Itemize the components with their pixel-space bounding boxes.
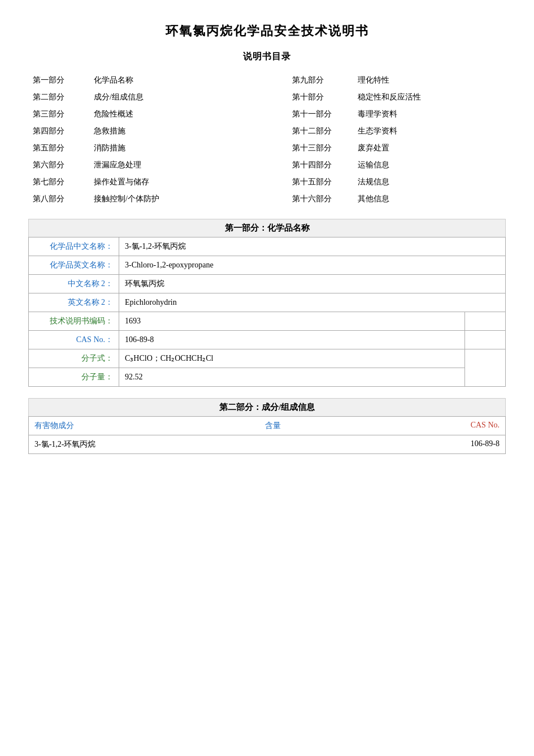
table-row: 化学品中文名称： 3-氯-1,2-环氧丙烷 — [29, 237, 506, 256]
toc-content-right: 运输信息 — [353, 157, 506, 174]
toc-content-right: 毒理学资料 — [353, 106, 506, 123]
toc-content-left: 危险性概述 — [89, 106, 242, 123]
toc-content-left: 急救措施 — [89, 123, 242, 140]
label-tech-code: 技术说明书编码： — [29, 312, 119, 331]
table-row: CAS No.： 106-89-8 — [29, 331, 506, 349]
toc-spacer — [242, 174, 288, 191]
toc-spacer — [242, 191, 288, 208]
toc-label-left: 第七部分 — [28, 174, 89, 191]
value-english-name: 3-Chloro-1,2-epoxypropane — [119, 256, 506, 275]
toc-label-left: 第六部分 — [28, 157, 89, 174]
label-cas: CAS No.： — [29, 331, 119, 349]
toc-row: 第一部分 化学品名称 第九部分 理化特性 — [28, 72, 506, 89]
empty-cell3 — [464, 349, 505, 387]
toc-table: 第一部分 化学品名称 第九部分 理化特性 第二部分 成分/组成信息 第十部分 稳… — [28, 72, 506, 208]
value-tech-code: 1693 — [119, 312, 465, 331]
section1-title: 第一部分：化学品名称 — [28, 219, 506, 237]
empty-cell1 — [464, 312, 505, 331]
toc-label-left: 第三部分 — [28, 106, 89, 123]
toc-label-right: 第十五部分 — [288, 174, 353, 191]
empty-cell2 — [464, 331, 505, 349]
part2-data-row: 3-氯-1,2-环氧丙烷 106-89-8 — [28, 435, 506, 454]
value-formula: C₃HClO；CH₂OCHCH₂Cl — [119, 349, 465, 368]
page-container: 环氧氯丙烷化学品安全技术说明书 说明书目录 第一部分 化学品名称 第九部分 理化… — [0, 0, 534, 756]
toc-label-left: 第一部分 — [28, 72, 89, 89]
toc-label-left: 第二部分 — [28, 89, 89, 106]
toc-spacer — [242, 157, 288, 174]
toc-content-left: 接触控制/个体防护 — [89, 191, 242, 208]
label-english-name: 化学品英文名称： — [29, 256, 119, 275]
table-row: 英文名称 2： Epichlorohydrin — [29, 293, 506, 312]
part2-header: 有害物成分 含量 CAS No. — [28, 416, 506, 435]
table-row: 中文名称 2： 环氧氯丙烷 — [29, 275, 506, 293]
part2-row-content — [153, 435, 392, 453]
toc-row: 第三部分 危险性概述 第十一部分 毒理学资料 — [28, 106, 506, 123]
toc-row: 第二部分 成分/组成信息 第十部分 稳定性和反应活性 — [28, 89, 506, 106]
toc-spacer — [242, 89, 288, 106]
table-row: 技术说明书编码： 1693 — [29, 312, 506, 331]
toc-content-right: 理化特性 — [353, 72, 506, 89]
part2-row-cas: 106-89-8 — [392, 435, 505, 453]
toc-label-right: 第十二部分 — [288, 123, 353, 140]
toc-label-right: 第十六部分 — [288, 191, 353, 208]
toc-label-left: 第五部分 — [28, 140, 89, 157]
col-header-hazard: 有害物成分 — [29, 417, 153, 435]
toc-content-left: 操作处置与储存 — [89, 174, 242, 191]
table-row: 分子式： C₃HClO；CH₂OCHCH₂Cl — [29, 349, 506, 368]
toc-content-left: 成分/组成信息 — [89, 89, 242, 106]
toc-content-right: 其他信息 — [353, 191, 506, 208]
label-mw: 分子量： — [29, 368, 119, 387]
part2-row-hazard: 3-氯-1,2-环氧丙烷 — [29, 435, 153, 453]
toc-row: 第七部分 操作处置与储存 第十五部分 法规信息 — [28, 174, 506, 191]
value-mw: 92.52 — [119, 368, 465, 387]
label-formula: 分子式： — [29, 349, 119, 368]
label-english-name2: 英文名称 2： — [29, 293, 119, 312]
table-row: 化学品英文名称： 3-Chloro-1,2-epoxypropane — [29, 256, 506, 275]
toc-content-right: 生态学资料 — [353, 123, 506, 140]
toc-label-right: 第十三部分 — [288, 140, 353, 157]
toc-label-right: 第九部分 — [288, 72, 353, 89]
toc-content-left: 消防措施 — [89, 140, 242, 157]
toc-content-right: 废弃处置 — [353, 140, 506, 157]
toc-spacer — [242, 140, 288, 157]
toc-row: 第五部分 消防措施 第十三部分 废弃处置 — [28, 140, 506, 157]
value-english-name2: Epichlorohydrin — [119, 293, 506, 312]
toc-label-right: 第十部分 — [288, 89, 353, 106]
col-header-cas: CAS No. — [392, 417, 505, 435]
toc-content-left: 泄漏应急处理 — [89, 157, 242, 174]
toc-content-right: 法规信息 — [353, 174, 506, 191]
table-row: 分子量： 92.52 — [29, 368, 506, 387]
toc-spacer — [242, 72, 288, 89]
toc-spacer — [242, 123, 288, 140]
toc-label-right: 第十四部分 — [288, 157, 353, 174]
main-title: 环氧氯丙烷化学品安全技术说明书 — [28, 23, 506, 40]
toc-content-right: 稳定性和反应活性 — [353, 89, 506, 106]
col-header-content: 含量 — [153, 417, 392, 435]
label-chinese-name: 化学品中文名称： — [29, 237, 119, 256]
toc-row: 第八部分 接触控制/个体防护 第十六部分 其他信息 — [28, 191, 506, 208]
toc-title: 说明书目录 — [28, 51, 506, 63]
toc-content-left: 化学品名称 — [89, 72, 242, 89]
toc-row: 第六部分 泄漏应急处理 第十四部分 运输信息 — [28, 157, 506, 174]
toc-spacer — [242, 106, 288, 123]
toc-label-left: 第八部分 — [28, 191, 89, 208]
label-chinese-name2: 中文名称 2： — [29, 275, 119, 293]
value-chinese-name: 3-氯-1,2-环氧丙烷 — [119, 237, 506, 256]
toc-row: 第四部分 急救措施 第十二部分 生态学资料 — [28, 123, 506, 140]
value-chinese-name2: 环氧氯丙烷 — [119, 275, 506, 293]
toc-label-left: 第四部分 — [28, 123, 89, 140]
section2-title: 第二部分：成分/组成信息 — [28, 398, 506, 416]
section2: 第二部分：成分/组成信息 有害物成分 含量 CAS No. 3-氯-1,2-环氧… — [28, 398, 506, 454]
toc-label-right: 第十一部分 — [288, 106, 353, 123]
info-table: 化学品中文名称： 3-氯-1,2-环氧丙烷 化学品英文名称： 3-Chloro-… — [28, 237, 506, 387]
value-cas: 106-89-8 — [119, 331, 465, 349]
